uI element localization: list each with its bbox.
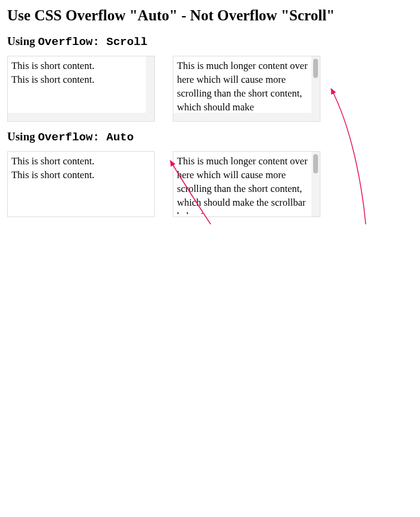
demo-content: This is short content. This is short con… — [11, 154, 151, 182]
scrollbar-corner — [146, 113, 154, 121]
scrollbar-vertical[interactable] — [146, 56, 154, 121]
demo-row-auto: This is short content. This is short con… — [7, 151, 413, 217]
demo-row-scroll: This is short content. This is short con… — [7, 56, 413, 122]
scrollbar-thumb[interactable] — [313, 154, 318, 173]
scrollbar-vertical[interactable] — [311, 56, 320, 121]
demo-content: This is much longer content over here wh… — [177, 154, 316, 214]
heading-code: Overflow: Scroll — [38, 35, 147, 49]
scrollbar-horizontal[interactable] — [173, 113, 311, 121]
scrollbar-vertical[interactable] — [311, 152, 320, 217]
demo-box-scroll-long[interactable]: This is much longer content over here wh… — [173, 56, 320, 122]
demo-box-auto-long[interactable]: This is much longer content over here wh… — [173, 151, 320, 217]
demo-box-scroll-short[interactable]: This is short content. This is short con… — [7, 56, 155, 122]
scrollbar-horizontal[interactable] — [8, 113, 146, 121]
heading-prefix: Using — [7, 35, 38, 47]
demo-box-auto-short[interactable]: This is short content. This is short con… — [7, 151, 155, 217]
page-title: Use CSS Overflow "Auto" - Not Overflow "… — [7, 7, 413, 24]
scrollbar-thumb[interactable] — [313, 59, 318, 78]
heading-code: Overflow: Auto — [38, 131, 134, 144]
section-heading-scroll: Using Overflow: Scroll — [7, 35, 413, 49]
section-heading-auto: Using Overflow: Auto — [7, 130, 413, 144]
demo-content: This is short content. This is short con… — [11, 59, 151, 86]
demo-content: This is much longer content over here wh… — [177, 59, 316, 114]
scrollbar-corner — [311, 113, 320, 121]
heading-prefix: Using — [7, 130, 38, 143]
